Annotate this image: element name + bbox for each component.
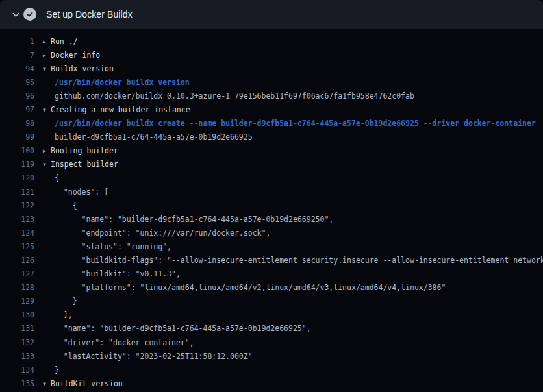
log-line[interactable]: 126 "buildkitd-flags": "--allow-insecure…: [0, 254, 543, 267]
line-number[interactable]: 95: [0, 76, 34, 90]
group-toggle-icon[interactable]: ▼: [43, 103, 51, 117]
line-number[interactable]: 96: [0, 90, 34, 103]
log-line[interactable]: 130 ],: [0, 308, 543, 322]
check-circle-icon: [23, 8, 36, 21]
log-text: /usr/bin/docker buildx create --name bui…: [55, 117, 536, 130]
log-line[interactable]: 121 "nodes": [: [0, 186, 543, 199]
line-number[interactable]: 100: [0, 144, 34, 158]
log-text: }: [55, 363, 59, 377]
log-line[interactable]: 127 "buildkit": "v0.11.3",: [0, 267, 543, 281]
log-line[interactable]: 1 ▶ Run ./: [0, 35, 543, 49]
group-toggle-icon[interactable]: ▶: [43, 144, 51, 158]
line-number[interactable]: 94: [0, 62, 34, 76]
log-text: Buildx version: [51, 62, 114, 76]
log-line[interactable]: 100 ▶ Booting builder: [0, 144, 543, 158]
log-text: /usr/bin/docker buildx version: [55, 76, 190, 90]
chevron-down-icon[interactable]: [12, 10, 20, 19]
log-line[interactable]: 129 }: [0, 295, 543, 308]
log-text: BuildKit version: [51, 377, 123, 391]
log-line[interactable]: 124 "endpoint": "unix:///var/run/docker.…: [0, 227, 543, 240]
line-number[interactable]: 122: [0, 199, 34, 213]
log-text: Booting builder: [51, 144, 118, 158]
log-text: "buildkit": "v0.11.3",: [55, 267, 181, 281]
line-number[interactable]: 125: [0, 240, 34, 254]
log-text: Creating a new builder instance: [51, 103, 190, 117]
log-text: github.com/docker/buildx 0.10.3+azure-1 …: [55, 90, 414, 103]
log-line[interactable]: 123 "name": "builder-d9cfb5a1-c764-445a-…: [0, 213, 543, 227]
line-number[interactable]: 124: [0, 227, 34, 240]
log-text: }: [55, 295, 77, 308]
log-lines-container: 1 ▶ Run ./ 7 ▶ Docker info 94 ▼ Buildx v…: [0, 29, 543, 392]
log-line[interactable]: 128 "platforms": "linux/amd64,linux/amd6…: [0, 281, 543, 295]
line-number[interactable]: 98: [0, 117, 34, 130]
log-text: builder-d9cfb5a1-c764-445a-a57e-0b19d2e6…: [55, 130, 253, 144]
log-text: "lastActivity": "2023-02-25T11:58:12.000…: [55, 350, 253, 363]
log-line[interactable]: 122 {: [0, 199, 543, 213]
log-text: "driver": "docker-container",: [55, 336, 194, 350]
step-header[interactable]: Set up Docker Buildx: [0, 0, 543, 29]
line-number[interactable]: 7: [0, 49, 34, 62]
line-number[interactable]: 129: [0, 295, 34, 308]
group-toggle-icon[interactable]: ▼: [43, 62, 51, 76]
log-text: {: [55, 199, 77, 213]
log-line[interactable]: 98 /usr/bin/docker buildx create --name …: [0, 117, 543, 130]
log-text: Run ./: [51, 35, 78, 49]
line-number[interactable]: 120: [0, 171, 34, 185]
group-toggle-icon[interactable]: ▶: [43, 35, 51, 49]
log-text: "status": "running",: [55, 240, 171, 254]
log-text: ],: [55, 308, 73, 322]
log-line[interactable]: 99 builder-d9cfb5a1-c764-445a-a57e-0b19d…: [0, 130, 543, 144]
group-toggle-icon[interactable]: ▼: [43, 158, 51, 171]
workflow-step-log-panel: Set up Docker Buildx 1 ▶ Run ./ 7 ▶ Dock…: [0, 0, 543, 392]
line-number[interactable]: 99: [0, 130, 34, 144]
step-title: Set up Docker Buildx: [46, 9, 133, 19]
line-number[interactable]: 133: [0, 350, 34, 363]
log-text: "buildkitd-flags": "--allow-insecure-ent…: [55, 254, 543, 267]
log-line[interactable]: 134 }: [0, 363, 543, 377]
log-line[interactable]: 131 "name": "builder-d9cfb5a1-c764-445a-…: [0, 322, 543, 336]
log-line[interactable]: 120 {: [0, 171, 543, 185]
log-line[interactable]: 96 github.com/docker/buildx 0.10.3+azure…: [0, 90, 543, 103]
line-number[interactable]: 121: [0, 186, 34, 199]
line-number[interactable]: 119: [0, 158, 34, 171]
line-number[interactable]: 128: [0, 281, 34, 295]
line-number[interactable]: 1: [0, 35, 34, 49]
log-text: "nodes": [: [55, 186, 108, 199]
line-number[interactable]: 126: [0, 254, 34, 267]
group-toggle-icon[interactable]: ▼: [43, 377, 51, 391]
log-line[interactable]: 132 "driver": "docker-container",: [0, 336, 543, 350]
log-text: "name": "builder-d9cfb5a1-c764-445a-a57e…: [55, 213, 333, 227]
log-line[interactable]: 94 ▼ Buildx version: [0, 62, 543, 76]
log-line[interactable]: 7 ▶ Docker info: [0, 49, 543, 62]
line-number[interactable]: 97: [0, 103, 34, 117]
line-number[interactable]: 130: [0, 308, 34, 322]
line-number[interactable]: 135: [0, 377, 34, 391]
log-line[interactable]: 125 "status": "running",: [0, 240, 543, 254]
line-number[interactable]: 123: [0, 213, 34, 227]
line-number[interactable]: 127: [0, 267, 34, 281]
log-text: "name": "builder-d9cfb5a1-c764-445a-a57e…: [55, 322, 311, 336]
log-line[interactable]: 95 /usr/bin/docker buildx version: [0, 76, 543, 90]
log-line[interactable]: 135 ▼ BuildKit version: [0, 377, 543, 391]
log-text: "endpoint": "unix:///var/run/docker.sock…: [55, 227, 270, 240]
log-text: "platforms": "linux/amd64,linux/amd64/v2…: [55, 281, 446, 295]
line-number[interactable]: 134: [0, 363, 34, 377]
line-number[interactable]: 132: [0, 336, 34, 350]
log-line[interactable]: 119 ▼ Inspect builder: [0, 158, 543, 171]
line-number[interactable]: 131: [0, 322, 34, 336]
log-line[interactable]: 133 "lastActivity": "2023-02-25T11:58:12…: [0, 350, 543, 363]
log-text: Docker info: [51, 49, 100, 62]
log-text: Inspect builder: [51, 158, 118, 171]
log-text: {: [55, 171, 59, 185]
log-line[interactable]: 97 ▼ Creating a new builder instance: [0, 103, 543, 117]
group-toggle-icon[interactable]: ▶: [43, 49, 51, 62]
